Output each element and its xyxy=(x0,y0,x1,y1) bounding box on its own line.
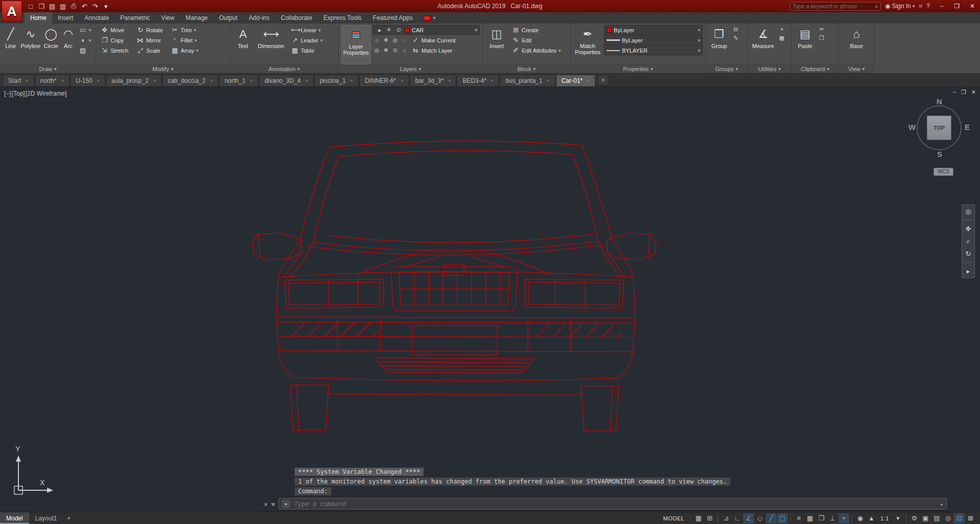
ribbon-tab-collaborate[interactable]: Collaborate xyxy=(275,12,318,24)
layout1-tab[interactable]: Layout1 xyxy=(29,512,63,524)
command-input-field[interactable] xyxy=(294,500,936,508)
command-expand-icon[interactable]: ▴ xyxy=(940,501,943,507)
line-button[interactable]: ╱ Line xyxy=(3,25,18,64)
search-input[interactable] xyxy=(792,3,873,9)
annotation-monitor-icon[interactable]: ▣ xyxy=(920,513,931,523)
insert-block-button[interactable]: ◫ Insert xyxy=(485,25,508,64)
dynamic-input-icon[interactable]: ⌖ xyxy=(838,513,849,523)
isometric-drafting-icon[interactable]: ◇ xyxy=(754,513,765,523)
layer-properties-button[interactable]: Layer Properties xyxy=(341,25,371,64)
view-control-button[interactable]: [Top] xyxy=(12,90,25,97)
new-layout-button[interactable]: + xyxy=(63,512,74,524)
lineweight-icon[interactable]: ≡ xyxy=(793,513,804,523)
file-tab-north[interactable]: north*× xyxy=(35,75,70,86)
tab-close-icon[interactable]: × xyxy=(350,78,353,83)
ortho-mode-icon[interactable]: ∟ xyxy=(732,513,743,523)
model-space-button[interactable]: MODEL xyxy=(660,515,688,521)
tab-close-icon[interactable]: × xyxy=(400,78,403,83)
transparency-icon[interactable]: ▩ xyxy=(805,513,815,523)
maximize-button[interactable]: ❒ xyxy=(949,0,965,12)
quick-calc-icon[interactable]: ▦ xyxy=(778,34,786,42)
cut-icon[interactable]: ✂ xyxy=(818,25,826,33)
tab-close-icon[interactable]: × xyxy=(61,78,64,83)
command-prompt-icon[interactable]: ▸ xyxy=(282,500,290,508)
match-properties-button[interactable]: ✒ Match Properties xyxy=(573,25,602,64)
circle-button[interactable]: ◯ Circle xyxy=(42,25,59,64)
qat-customize-icon[interactable]: ▾ xyxy=(101,1,111,11)
file-tab-u-150[interactable]: U-150× xyxy=(70,75,105,86)
layer-isolate-icon[interactable]: ◎ xyxy=(391,36,399,44)
ribbon-tab-annotate[interactable]: Annotate xyxy=(79,12,115,24)
copy-button[interactable]: ❐Copy xyxy=(99,35,130,45)
chevron-down-icon[interactable]: ▾ xyxy=(698,48,700,53)
group-edit-icon[interactable]: ✎ xyxy=(732,34,740,42)
tab-close-icon[interactable]: × xyxy=(587,78,590,83)
arc-button[interactable]: ◠ Arc xyxy=(61,25,75,64)
file-tab-car-01[interactable]: Car-01*× xyxy=(556,75,596,86)
layer-thaw-icon[interactable]: ☀ xyxy=(385,26,393,34)
layer-lock2-icon[interactable]: ⊙ xyxy=(391,47,399,55)
ribbon-tab-add-ins[interactable]: Add-ins xyxy=(243,12,275,24)
annotation-visibility-icon[interactable]: ◉ xyxy=(855,513,865,523)
app-store-icon[interactable]: ⌗ xyxy=(919,3,923,10)
copy-clip-icon[interactable]: ❐ xyxy=(818,34,826,42)
panel-label-view[interactable]: View▾ xyxy=(839,64,874,73)
file-tab-piscina-1[interactable]: piscina_1× xyxy=(314,75,359,86)
tab-close-icon[interactable]: × xyxy=(448,78,451,83)
panel-label-modify[interactable]: Modify▾ xyxy=(96,64,230,73)
selection-cycling-icon[interactable]: ❐ xyxy=(816,513,827,523)
annotation-scale-button[interactable]: 1:1 xyxy=(877,515,892,521)
ribbon-tab-home[interactable]: Home xyxy=(25,12,52,24)
isolate-objects-icon[interactable]: ◎ xyxy=(943,513,953,523)
polar-tracking-icon[interactable]: ∠ xyxy=(743,513,754,523)
tab-close-icon[interactable]: × xyxy=(547,78,549,83)
rotate-button[interactable]: ↻Rotate xyxy=(135,25,165,35)
object-snap-icon[interactable]: ▢ xyxy=(777,513,788,523)
viewcube-north[interactable]: N xyxy=(937,97,942,106)
scale-button[interactable]: ⤢Scale xyxy=(135,45,165,55)
chevron-down-icon[interactable]: ▾ xyxy=(698,38,700,43)
ungroup-icon[interactable]: ⊟ xyxy=(732,25,740,33)
trim-button[interactable]: ✂Trim▾ xyxy=(169,25,201,35)
clean-screen-icon[interactable]: ⊠ xyxy=(965,513,976,523)
file-tab-aula-prosp-2[interactable]: aula_prosp_2× xyxy=(106,75,162,86)
object-snap-tracking-icon[interactable]: ╱ xyxy=(766,513,776,523)
wcs-indicator[interactable]: WCS xyxy=(933,168,953,176)
paste-button[interactable]: ▤ Paste xyxy=(794,25,816,64)
panel-label-properties[interactable]: Properties▾ xyxy=(571,64,705,73)
rectangle-button[interactable]: ▭▾ xyxy=(77,25,93,35)
plot-icon[interactable]: ⎙ xyxy=(69,1,79,11)
mirror-button[interactable]: ⋈Mirror xyxy=(135,35,165,45)
tab-close-icon[interactable]: × xyxy=(491,78,494,83)
viewcube[interactable]: N S W E TOP xyxy=(909,98,969,157)
ribbon-tab-featured-apps[interactable]: Featured Apps xyxy=(367,12,418,24)
file-tab-dinner-6[interactable]: DINNER-6*× xyxy=(359,75,409,86)
ribbon-tab-manage[interactable]: Manage xyxy=(180,12,213,24)
layer-unlock-icon[interactable]: ◌ xyxy=(400,36,408,44)
drawing-restore-button[interactable]: ❒ xyxy=(961,89,966,96)
tab-close-icon[interactable]: × xyxy=(305,78,308,83)
lineweight-combo[interactable]: ByLayer ▾ xyxy=(604,35,703,45)
object-color-combo[interactable]: ByLayer ▾ xyxy=(604,25,703,35)
create-block-button[interactable]: ⊞Create xyxy=(510,25,563,35)
infer-constraints-icon[interactable]: ⊿ xyxy=(721,513,731,523)
base-view-button[interactable]: ⌂ Base xyxy=(846,25,867,64)
drawing-viewport[interactable]: [−] [Top] [2D Wireframe] − ❒ ✕ N S W E T… xyxy=(0,87,980,512)
save-icon[interactable]: ▤ xyxy=(47,1,57,11)
match-layer-button[interactable]: ⇆Match Layer xyxy=(410,45,455,55)
viewcube-south[interactable]: S xyxy=(937,150,942,158)
move-button[interactable]: ✥Move xyxy=(99,25,130,35)
ellipse-button[interactable]: ◖▾ xyxy=(77,35,93,45)
linetype-combo[interactable]: BYLAYER ▾ xyxy=(604,45,703,55)
panel-label-utilities[interactable]: Utilities▾ xyxy=(748,64,791,73)
search-icon[interactable]: ⌕ xyxy=(875,3,878,10)
tab-close-icon[interactable]: × xyxy=(250,78,253,83)
grid-icon[interactable]: ▦ xyxy=(693,513,704,523)
id-point-icon[interactable]: ⌖ xyxy=(778,25,786,33)
file-tab-bus-pianta-1[interactable]: bus_pianta_1× xyxy=(500,75,555,86)
workspace-switching-icon[interactable]: ⚙ xyxy=(909,513,920,523)
save-as-icon[interactable]: ▥ xyxy=(58,1,68,11)
minimize-button[interactable]: − xyxy=(934,0,949,12)
infocenter-search[interactable]: ⌕ xyxy=(790,2,881,11)
group-button[interactable]: ❒ Group xyxy=(708,25,730,64)
